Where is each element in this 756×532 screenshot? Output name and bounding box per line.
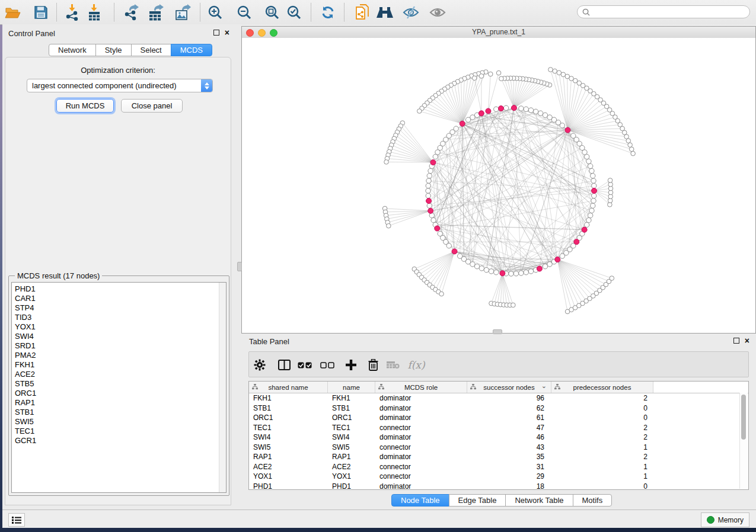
table-body: FKH1 FKH1 dominator 96 2 STB1 STB1 domin… (249, 393, 748, 491)
criterion-dropdown[interactable]: largest connected component (undirected) (27, 79, 213, 92)
cell-name: FKH1 (328, 394, 375, 402)
table-row[interactable]: YOX1 YOX1 connector 29 1 (249, 472, 748, 482)
run-mcds-button[interactable]: Run MCDS (56, 99, 114, 113)
cell-name: ORC1 (328, 414, 375, 422)
table-scrollbar-thumb[interactable] (741, 395, 746, 440)
zoom-out-button[interactable] (235, 4, 253, 21)
export-network-button[interactable] (123, 4, 141, 21)
eye-slash-icon (403, 5, 419, 20)
show-hide-graphics-button[interactable] (402, 4, 420, 21)
column-header[interactable]: name ⌄ (328, 382, 375, 393)
zoom-fit-button[interactable] (263, 4, 281, 21)
control-panel-tab[interactable]: Network (49, 44, 96, 56)
column-header[interactable]: shared name ⌄ (249, 382, 328, 393)
control-panel-tab[interactable]: Style (95, 44, 132, 56)
mcds-result-node[interactable]: STB5 (12, 379, 226, 389)
cell-successor-nodes: 46 (467, 433, 551, 441)
table-panel: Table Panel × (241, 335, 756, 509)
sort-chevron-icon[interactable]: ⌄ (541, 382, 547, 390)
zoom-in-button[interactable] (206, 4, 224, 21)
mcds-result-title: MCDS result (17 nodes) (15, 271, 102, 280)
control-panel-tab[interactable]: Select (131, 44, 171, 56)
mcds-result-node[interactable]: STP4 (12, 303, 226, 313)
show-columns-button[interactable] (275, 356, 293, 374)
table-tab[interactable]: Node Table (391, 494, 449, 507)
table-row[interactable]: ORC1 ORC1 dominator 61 0 (249, 413, 748, 423)
float-panel-icon[interactable] (213, 30, 219, 36)
function-builder-button[interactable]: f(x) (406, 356, 427, 374)
table-row[interactable]: SWI4 SWI4 dominator 46 2 (249, 432, 748, 443)
search-input[interactable] (593, 7, 749, 17)
column-header[interactable]: successor nodes ⌄ (467, 382, 551, 393)
export-table-button[interactable] (147, 4, 165, 21)
table-tab[interactable]: Motifs (573, 494, 613, 507)
first-neighbors-button[interactable] (376, 4, 394, 21)
cell-mcds-role: connector (375, 424, 467, 432)
mcds-result-groupbox: MCDS result (17 nodes) PHD1 CAR1 STP4 TI… (8, 275, 229, 496)
mcds-result-node[interactable]: SWI4 (12, 332, 226, 341)
import-table-button[interactable] (85, 4, 103, 21)
close-panel-button[interactable]: Close panel (121, 99, 183, 113)
export-image-button[interactable] (174, 4, 192, 21)
mcds-result-node[interactable]: SWI5 (12, 417, 226, 427)
close-panel-icon[interactable]: × (745, 338, 749, 344)
mcds-result-node[interactable]: YOX1 (12, 322, 226, 332)
horizontal-splitter-handle[interactable] (493, 329, 502, 334)
delete-table-button[interactable] (384, 356, 402, 374)
add-column-button[interactable] (342, 356, 360, 374)
list-scrollbar[interactable] (219, 283, 226, 492)
network-window-titlebar[interactable]: YPA_prune.txt_1 (242, 27, 755, 39)
mcds-result-node[interactable]: TID3 (12, 313, 226, 322)
column-header[interactable]: predecessor nodes ⌄ (551, 382, 653, 393)
deselect-all-button[interactable] (318, 356, 336, 374)
table-tab[interactable]: Network Table (505, 494, 573, 507)
control-panel: Control Panel × Network Style Select MCD… (2, 24, 237, 509)
clone-network-button[interactable] (354, 4, 372, 21)
table-scrollbar[interactable] (739, 393, 748, 489)
task-history-button[interactable] (8, 513, 25, 527)
float-panel-icon[interactable] (733, 338, 739, 344)
mcds-result-node[interactable]: FKH1 (12, 360, 226, 370)
table-row[interactable]: STB1 STB1 dominator 62 0 (249, 403, 748, 414)
column-header[interactable]: MCDS role ⌄ (375, 382, 467, 393)
table-row[interactable]: ACE2 ACE2 connector 31 1 (249, 462, 748, 472)
table-row[interactable]: SWI5 SWI5 connector 43 1 (249, 443, 748, 453)
network-canvas[interactable] (242, 38, 755, 333)
select-all-button[interactable] (296, 356, 314, 374)
table-row[interactable]: FKH1 FKH1 dominator 96 2 (249, 393, 748, 403)
cell-shared-name: TEC1 (249, 424, 328, 432)
cell-successor-nodes: 31 (467, 463, 551, 471)
mcds-result-node[interactable]: CAR1 (12, 294, 226, 303)
mcds-result-node[interactable]: RAP1 (12, 398, 226, 408)
network-graph[interactable] (242, 38, 755, 333)
vertical-splitter-handle[interactable] (237, 262, 242, 271)
toolbar-separator (56, 3, 57, 21)
memory-status-icon (707, 516, 714, 524)
zoom-out-icon (237, 5, 252, 20)
mcds-result-node[interactable]: GCR1 (12, 436, 226, 446)
column-settings-button[interactable] (251, 356, 269, 374)
mcds-result-node[interactable]: PHD1 (12, 284, 226, 294)
zoom-selected-button[interactable] (285, 4, 303, 21)
mcds-result-node[interactable]: PMA2 (12, 351, 226, 360)
memory-button[interactable]: Memory (701, 512, 749, 527)
mcds-result-list[interactable]: PHD1 CAR1 STP4 TID3 YOX1 SWI4 SRD1 PMA2 (11, 282, 227, 493)
import-network-button[interactable] (63, 4, 81, 21)
table-row[interactable]: PHD1 PHD1 dominator 18 0 (249, 482, 748, 492)
open-file-button[interactable] (4, 4, 22, 21)
mcds-result-node[interactable]: ORC1 (12, 389, 226, 398)
mcds-result-node[interactable]: STB1 (12, 408, 226, 417)
eye-button[interactable] (429, 4, 446, 21)
eye-icon (429, 5, 446, 20)
mcds-result-node[interactable]: TEC1 (12, 427, 226, 436)
mcds-result-node[interactable]: ACE2 (12, 370, 226, 379)
save-session-button[interactable] (32, 4, 50, 21)
mcds-result-node[interactable]: SRD1 (12, 341, 226, 351)
table-row[interactable]: RAP1 RAP1 dominator 35 2 (249, 452, 748, 462)
close-panel-icon[interactable]: × (225, 30, 229, 36)
control-panel-tab[interactable]: MCDS (171, 44, 212, 56)
refresh-button[interactable] (319, 4, 337, 21)
delete-column-button[interactable] (364, 356, 382, 374)
table-row[interactable]: TEC1 TEC1 connector 47 2 (249, 423, 748, 433)
table-tab[interactable]: Edge Table (449, 494, 506, 507)
